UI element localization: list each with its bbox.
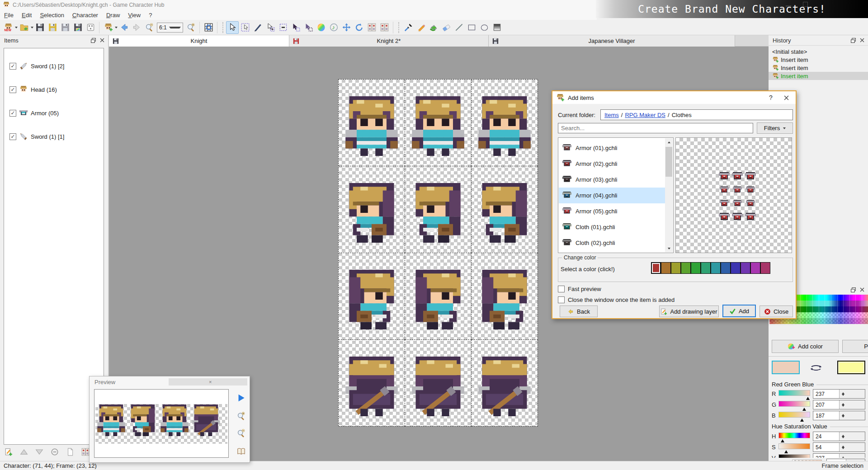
file-row[interactable]: Cloth (01).gchli [559,219,665,235]
back-button[interactable]: Back [560,306,598,317]
close-panel-icon[interactable] [859,37,865,43]
toggle-grid-button[interactable] [202,21,215,34]
item-row-sword-1[interactable]: ✓ Sword (1) [1] [9,132,64,141]
g-spinner[interactable] [839,400,865,409]
remove-item-button[interactable] [49,446,60,457]
s-spinner[interactable] [839,443,865,451]
menu-selection[interactable]: Selection [36,11,68,19]
secondary-color-swatch[interactable] [837,361,865,374]
pen-tool-button[interactable] [251,21,264,34]
eyedropper-tool-button[interactable] [402,21,415,34]
move-item-tool-button[interactable] [289,21,302,34]
menu-draw[interactable]: Draw [102,11,124,19]
h-input[interactable]: 24 [813,432,865,441]
float-panel-icon[interactable] [850,37,856,43]
eraser-tool-button[interactable] [440,21,453,34]
sprite-frame[interactable] [339,340,405,427]
close-button[interactable]: Close [760,306,793,317]
move-up-button[interactable] [18,446,29,457]
add-button[interactable]: Add [722,305,756,317]
scroll-up-icon[interactable] [665,138,673,146]
file-row[interactable]: Armor (03).gchli [559,172,665,188]
s-slider[interactable] [778,443,810,449]
color-swatch[interactable] [760,262,770,274]
preview-zoom-out-button[interactable] [235,427,247,439]
sprite-frame[interactable] [472,80,538,166]
tab-japanese-villager[interactable]: Japanese Villager [489,35,735,47]
close-after-add-checkbox[interactable] [558,296,565,303]
add-layer-button[interactable] [3,446,14,457]
close-panel-icon[interactable] [99,37,105,43]
line-tool-button[interactable] [453,21,465,34]
minimize-icon[interactable] [786,5,791,7]
toolbar-drag-handle[interactable] [222,22,223,33]
dialog-close-button[interactable] [780,93,792,102]
sprite-frame[interactable] [472,253,538,340]
sprite-frame[interactable] [472,166,538,253]
sprite-frame[interactable] [339,166,405,253]
close-after-add-option[interactable]: Close the window once the item is added [558,296,675,303]
menu-help[interactable]: ? [145,11,156,19]
b-spinner[interactable] [839,411,865,420]
redo-button[interactable] [130,21,143,34]
h-spinner[interactable] [839,432,865,441]
r-spinner[interactable] [839,390,865,398]
gradient-tool-button[interactable] [491,21,503,34]
file-row[interactable]: Armor (01).gchli [559,140,665,156]
g-slider[interactable] [778,401,810,407]
fill-bucket-tool-button[interactable] [427,21,440,34]
move-frame-tool-button[interactable] [302,21,315,34]
remove-selection-button[interactable] [277,21,289,34]
file-row[interactable]: Cloth (02).gchli [559,235,665,251]
color-swatch[interactable] [661,262,671,274]
history-entry-initial[interactable]: <Initial state> [769,47,868,56]
zoom-level-select[interactable]: 6:1 [157,23,183,33]
b-slider[interactable] [778,412,810,418]
filters-button[interactable]: Filters [757,122,793,134]
breadcrumb-link-rpg-maker-ds[interactable]: RPG Maker DS [625,112,665,118]
save-as-button[interactable] [46,21,59,34]
dialog-title-bar[interactable]: Add items ? [552,91,796,104]
undo-button[interactable] [118,21,130,34]
file-row[interactable]: Armor (02).gchli [559,156,665,172]
item-checkbox[interactable]: ✓ [9,86,16,93]
h-slider[interactable] [778,432,810,438]
menu-edit[interactable]: Edit [18,11,36,19]
add-drawing-layer-button[interactable]: Add drawing layer [659,306,719,317]
file-list-scrollbar[interactable] [665,138,673,252]
swap-colors-icon[interactable] [810,364,822,371]
color-swatch[interactable] [681,262,691,274]
save-button[interactable] [33,21,46,34]
color-swatch[interactable] [671,262,681,274]
color-swatch[interactable] [691,262,701,274]
r-input[interactable]: 237 [813,389,865,399]
tab-knight[interactable]: Knight [109,35,289,47]
new-character-button[interactable] [2,21,14,34]
random-character-button[interactable] [84,21,97,34]
toolbar-drag-handle[interactable] [398,22,399,33]
history-entry[interactable]: Insert item [769,56,868,64]
breadcrumb-link-items[interactable]: Items [604,112,619,118]
color-swatch[interactable] [721,262,731,274]
float-panel-icon[interactable] [850,287,856,293]
palette-dropdown-button[interactable]: Palette [842,340,868,353]
color-swatch-selected[interactable] [651,262,661,274]
zoom-in-button[interactable] [184,21,197,34]
search-input[interactable] [558,123,753,133]
add-color-button[interactable]: Add color [772,340,839,353]
scroll-down-icon[interactable] [665,244,673,252]
frames-button-a[interactable] [365,21,378,34]
scrollbar-thumb[interactable] [665,147,672,177]
s-input[interactable]: 54 [813,442,865,452]
export-image-button[interactable] [71,21,84,34]
add-item-button[interactable] [102,21,114,34]
promo-banner[interactable]: Create Brand New Characters! [596,0,868,18]
primary-color-swatch[interactable] [772,361,800,374]
rotate-button[interactable] [353,21,365,34]
file-row-selected[interactable]: Armor (04).gchli [559,188,665,203]
color-swatch[interactable] [711,262,721,274]
move-down-button[interactable] [33,446,45,457]
duplicate-item-button[interactable] [64,446,75,457]
pencil-tool-button[interactable] [415,21,427,34]
zoom-out-button[interactable] [143,21,156,34]
